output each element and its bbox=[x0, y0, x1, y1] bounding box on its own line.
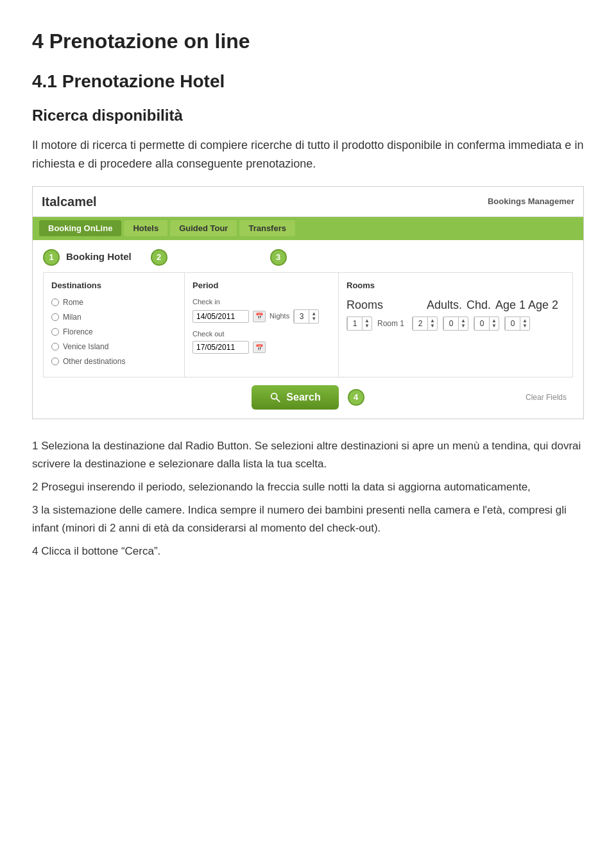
checkin-row: Check in 📅 Nights 3 ▲ ▼ bbox=[193, 297, 330, 324]
nights-arrows[interactable]: ▲ ▼ bbox=[309, 311, 318, 322]
age2-col-label: Age 2 bbox=[528, 297, 558, 314]
checkout-calendar-icon[interactable]: 📅 bbox=[253, 342, 266, 353]
age1-down[interactable]: ▼ bbox=[490, 324, 499, 329]
booking-hotel-row: 1 Booking Hotel 2 3 bbox=[43, 249, 573, 266]
booking-hotel-title: Booking Hotel bbox=[66, 250, 132, 264]
chd-arrows[interactable]: ▲ ▼ bbox=[459, 318, 468, 329]
rooms-stepper[interactable]: 1 ▲ ▼ bbox=[346, 316, 372, 331]
svg-point-0 bbox=[271, 394, 277, 399]
nights-stepper[interactable]: 3 ▲ ▼ bbox=[293, 309, 319, 324]
screenshot-container: Italcamel Bookings Managemer Booking OnL… bbox=[32, 186, 584, 420]
nav-transfers[interactable]: Transfers bbox=[239, 220, 295, 236]
rooms-column: Rooms Rooms Adults. Chd. Age 1 Age 2 1 ▲ bbox=[339, 273, 572, 377]
checkin-calendar-icon[interactable]: 📅 bbox=[253, 311, 266, 322]
age2-stepper[interactable]: 0 ▲ ▼ bbox=[504, 316, 530, 331]
radio-rome[interactable] bbox=[51, 299, 59, 306]
step-4-circle: 4 bbox=[348, 389, 364, 406]
period-header: Period bbox=[193, 279, 330, 292]
rooms-col-label: Rooms bbox=[346, 297, 383, 314]
booking-content: 1 Booking Hotel 2 3 Destinations Rome Mi… bbox=[33, 240, 583, 419]
body-p2: 2 Prosegui inserendo il periodo, selezio… bbox=[32, 478, 584, 496]
age2-down[interactable]: ▼ bbox=[520, 324, 529, 329]
destination-florence[interactable]: Florence bbox=[51, 326, 176, 338]
body-p3: 3 la sistemazione delle camere. Indica s… bbox=[32, 501, 584, 537]
destination-venice[interactable]: Venice Island bbox=[51, 341, 176, 352]
rooms-arrows[interactable]: ▲ ▼ bbox=[363, 318, 372, 329]
adults-arrows[interactable]: ▲ ▼ bbox=[428, 318, 437, 329]
age2-arrows[interactable]: ▲ ▼ bbox=[520, 318, 529, 329]
checkout-fields: 📅 bbox=[193, 341, 330, 354]
radio-florence[interactable] bbox=[51, 328, 59, 336]
age1-stepper[interactable]: 0 ▲ ▼ bbox=[474, 316, 499, 331]
body-p4: 4 Clicca il bottone “Cerca”. bbox=[32, 542, 584, 560]
checkout-row: Check out 📅 bbox=[193, 329, 330, 354]
checkin-input[interactable] bbox=[193, 310, 249, 323]
search-button[interactable]: Search bbox=[252, 385, 338, 410]
destination-milan[interactable]: Milan bbox=[51, 311, 176, 323]
destinations-header: Destinations bbox=[51, 279, 176, 292]
radio-other[interactable] bbox=[51, 358, 59, 365]
adults-down[interactable]: ▼ bbox=[428, 324, 437, 329]
rooms-table-head: Rooms Adults. Chd. Age 1 Age 2 bbox=[346, 297, 565, 314]
intro-text: Il motore di ricerca ti permette di comp… bbox=[32, 136, 584, 173]
search-row: Search 4 Clear Fields bbox=[43, 385, 573, 410]
age1-arrows[interactable]: ▲ ▼ bbox=[490, 318, 499, 329]
chd-value: 0 bbox=[443, 317, 459, 330]
rooms-header: Rooms bbox=[346, 279, 565, 292]
step-2-circle: 2 bbox=[151, 249, 167, 266]
checkin-label: Check in bbox=[193, 297, 330, 307]
app-logo: Italcamel bbox=[42, 192, 97, 211]
destination-rome[interactable]: Rome bbox=[51, 297, 176, 308]
rooms-value: 1 bbox=[347, 317, 363, 330]
nights-value: 3 bbox=[294, 310, 309, 323]
chapter-title: 4 Prenotazione on line bbox=[32, 26, 584, 56]
radio-venice[interactable] bbox=[51, 343, 59, 351]
clear-fields-button[interactable]: Clear Fields bbox=[526, 392, 567, 403]
period-column: Period Check in 📅 Nights 3 ▲ ▼ bbox=[185, 273, 339, 377]
checkout-label: Check out bbox=[193, 329, 330, 340]
columns-row: Destinations Rome Milan Florence Venice … bbox=[43, 272, 573, 378]
destination-other[interactable]: Other destinations bbox=[51, 356, 176, 367]
age1-value: 0 bbox=[474, 317, 490, 330]
nights-down-arrow[interactable]: ▼ bbox=[309, 316, 318, 322]
nav-booking-online[interactable]: Booking OnLine bbox=[39, 220, 121, 236]
chd-down[interactable]: ▼ bbox=[459, 324, 468, 329]
section-title: 4.1 Prenotazione Hotel bbox=[32, 68, 584, 95]
rooms-table-row: 1 ▲ ▼ Room 1 2 ▲ ▼ bbox=[346, 316, 565, 331]
checkout-input[interactable] bbox=[193, 341, 249, 354]
room-label: Room 1 bbox=[377, 318, 404, 329]
checkin-fields: 📅 Nights 3 ▲ ▼ bbox=[193, 309, 330, 324]
adults-stepper[interactable]: 2 ▲ ▼ bbox=[412, 316, 438, 331]
body-p1: 1 Seleziona la destinazione dal Radio Bu… bbox=[32, 437, 584, 473]
nights-label: Nights bbox=[270, 311, 289, 322]
svg-line-1 bbox=[277, 399, 280, 402]
subsection-title: Ricerca disponibilità bbox=[32, 104, 584, 127]
bookings-management-label: Bookings Managemer bbox=[488, 195, 574, 208]
chd-col-label: Chd. bbox=[465, 297, 493, 314]
app-header: Italcamel Bookings Managemer bbox=[33, 187, 583, 217]
adults-col-label: Adults. bbox=[427, 297, 462, 314]
step-1-circle: 1 bbox=[43, 249, 60, 266]
age2-value: 0 bbox=[505, 317, 520, 330]
radio-milan[interactable] bbox=[51, 313, 59, 321]
step-3-circle: 3 bbox=[270, 249, 287, 266]
nav-bar: Booking OnLine Hotels Guided Tour Transf… bbox=[33, 217, 583, 240]
nav-guided-tour[interactable]: Guided Tour bbox=[170, 220, 237, 236]
search-icon bbox=[270, 392, 281, 403]
rooms-down[interactable]: ▼ bbox=[363, 324, 372, 329]
search-label: Search bbox=[286, 392, 320, 403]
body-text-block: 1 Seleziona la destinazione dal Radio Bu… bbox=[32, 437, 584, 560]
adults-value: 2 bbox=[413, 317, 428, 330]
nav-hotels[interactable]: Hotels bbox=[124, 220, 167, 236]
destinations-column: Destinations Rome Milan Florence Venice … bbox=[44, 273, 185, 377]
age1-col-label: Age 1 bbox=[495, 297, 526, 314]
chd-stepper[interactable]: 0 ▲ ▼ bbox=[443, 316, 468, 331]
